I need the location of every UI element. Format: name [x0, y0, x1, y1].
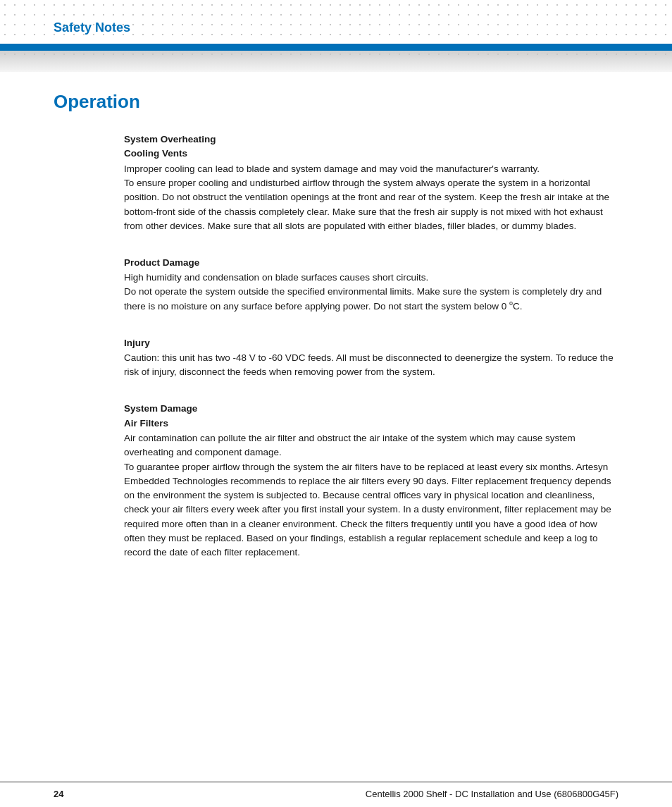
note-body-4: To guarantee proper airflow through the …	[124, 460, 618, 560]
note-label-2: Product Damage	[124, 256, 618, 270]
note-body-1: To ensure proper cooling and undisturbed…	[124, 176, 618, 233]
note-label-1: System Overheating	[124, 133, 618, 147]
note-body-2: Do not operate the system outside the sp…	[124, 285, 618, 314]
note-warning-4: Air contamination can pollute the air fi…	[124, 431, 618, 460]
note-subtitle-4: Air Filters	[124, 417, 618, 431]
note-product-damage: Product Damage High humidity and condens…	[124, 256, 618, 314]
note-injury: Injury Caution: this unit has two -48 V …	[124, 336, 618, 379]
note-label-4: System Damage	[124, 402, 618, 416]
note-warning-2: High humidity and condensation on blade …	[124, 271, 618, 285]
page-title: Safety Notes	[54, 20, 130, 35]
main-content: Operation System Overheating Cooling Ven…	[0, 72, 672, 624]
note-label-3: Injury	[124, 336, 618, 350]
content-body: System Overheating Cooling Vents Imprope…	[124, 133, 618, 560]
note-system-damage: System Damage Air Filters Air contaminat…	[124, 402, 618, 560]
footer-document-title: Centellis 2000 Shelf - DC Installation a…	[366, 788, 618, 801]
section-title: Operation	[54, 89, 618, 116]
blue-bar	[0, 44, 672, 51]
footer: 24 Centellis 2000 Shelf - DC Installatio…	[0, 782, 672, 807]
note-body-3: Caution: this unit has two -48 V to -60 …	[124, 351, 618, 380]
note-subtitle-1: Cooling Vents	[124, 147, 618, 161]
footer-page-number: 24	[54, 788, 63, 801]
note-warning-1: Improper cooling can lead to blade and s…	[124, 162, 618, 176]
note-system-overheating: System Overheating Cooling Vents Imprope…	[124, 133, 618, 233]
